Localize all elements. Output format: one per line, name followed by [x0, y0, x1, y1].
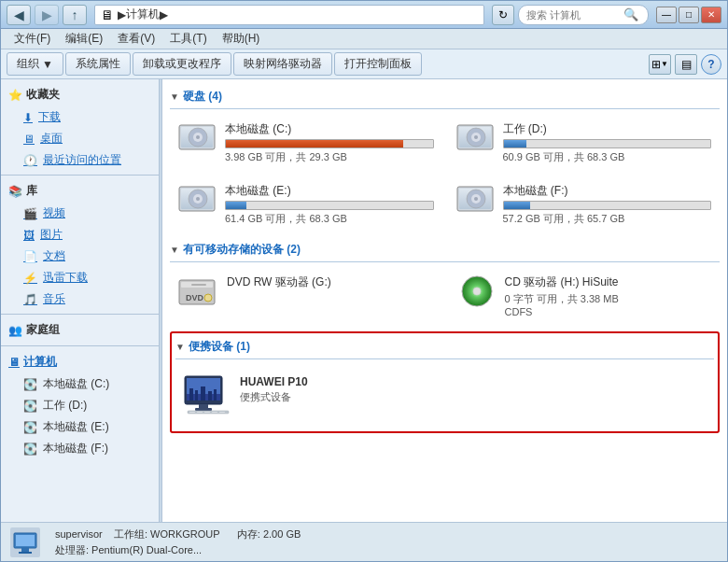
computer-label: 计算机 [23, 354, 57, 370]
favorites-icon: ⭐ [8, 89, 22, 102]
drive-e-bar [226, 202, 246, 209]
drive-c-bar [226, 140, 403, 148]
drive-f[interactable]: 本地磁盘 (F:) 57.2 GB 可用，共 65.7 GB [448, 176, 721, 232]
search-input[interactable] [526, 9, 620, 21]
divider-2 [1, 314, 159, 315]
sidebar-item-music[interactable]: 🎵 音乐 [1, 288, 159, 310]
menu-view[interactable]: 查看(V) [110, 29, 162, 49]
cd-h-detail1: 0 字节 可用，共 3.38 MB [505, 292, 712, 306]
organize-arrow: ▼ [42, 58, 53, 71]
computer-header[interactable]: 🖥 计算机 [1, 350, 159, 373]
menu-file[interactable]: 文件(F) [7, 29, 58, 49]
refresh-button[interactable]: ↻ [492, 5, 514, 25]
status-username: supervisor [55, 528, 103, 540]
divider-1 [1, 175, 159, 176]
huawei-info: HUAWEI P10 便携式设备 [240, 375, 308, 404]
library-header[interactable]: 📚 库 [1, 179, 159, 203]
svg-rect-46 [19, 552, 32, 554]
sidebar: ⭐ 收藏夹 ⬇ 下载 🖥 桌面 🕐 最近访问的位置 [1, 79, 160, 522]
system-props-button[interactable]: 系统属性 [65, 52, 131, 76]
uninstall-button[interactable]: 卸载或更改程序 [133, 52, 231, 76]
computer-nav-icon: 🖥 [8, 356, 20, 369]
status-memory: 内存: 2.00 GB [237, 528, 301, 540]
toolbar: 组织 ▼ 系统属性 卸载或更改程序 映射网络驱动器 打开控制面板 ⊞▼ ▤ ? [1, 49, 727, 79]
removable-header[interactable]: ▼ 有可移动存储的设备 (2) [170, 240, 720, 262]
sidebar-item-f[interactable]: 💽 本地磁盘 (F:) [1, 438, 159, 459]
help-button[interactable]: ? [701, 54, 721, 75]
svg-point-9 [474, 135, 478, 139]
hd-collapse-icon: ▼ [170, 91, 179, 102]
menu-tools[interactable]: 工具(T) [162, 29, 214, 49]
pane-button[interactable]: ▤ [675, 54, 697, 75]
huawei-p10[interactable]: HUAWEI P10 便携式设备 [175, 369, 316, 424]
sidebar-favorites: ⭐ 收藏夹 ⬇ 下载 🖥 桌面 🕐 最近访问的位置 [1, 83, 159, 171]
search-box[interactable]: 🔍 [518, 5, 649, 25]
svg-rect-34 [214, 389, 217, 400]
dvd-g-info: DVD RW 驱动器 (G:) [227, 274, 434, 292]
svg-point-26 [473, 288, 481, 295]
sidebar-item-desktop[interactable]: 🖥 桌面 [1, 128, 159, 149]
forward-button[interactable]: ▶ [35, 5, 59, 25]
homegroup-header[interactable]: 👥 家庭组 [1, 318, 159, 342]
address-path: ▶ [118, 8, 126, 21]
huawei-detail: 便携式设备 [240, 390, 308, 404]
drive-f-name: 本地磁盘 (F:) [503, 183, 712, 199]
sidebar-item-e[interactable]: 💽 本地磁盘 (E:) [1, 416, 159, 438]
homegroup-icon: 👥 [8, 324, 22, 337]
drive-d-bar [504, 140, 526, 148]
svg-rect-31 [195, 390, 198, 400]
sidebar-item-download[interactable]: ⬇ 下载 [1, 106, 159, 128]
sidebar-item-picture[interactable]: 🖼 图片 [1, 224, 159, 246]
hard-drives-header[interactable]: ▼ 硬盘 (4) [170, 87, 720, 109]
organize-button[interactable]: 组织 ▼ [7, 52, 63, 76]
search-icon: 🔍 [623, 7, 638, 21]
menu-help[interactable]: 帮助(H) [215, 29, 268, 49]
cd-drive-h[interactable]: CD 驱动器 (H:) HiSuite 0 字节 可用，共 3.38 MB CD… [448, 268, 721, 324]
portable-header[interactable]: ▼ 便携设备 (1) [175, 337, 714, 359]
sidebar-item-c[interactable]: 💽 本地磁盘 (C:) [1, 373, 159, 395]
maximize-button[interactable]: □ [679, 7, 699, 23]
close-button[interactable]: ✕ [701, 7, 721, 23]
drive-f-info: 本地磁盘 (F:) 57.2 GB 可用，共 65.7 GB [503, 183, 712, 226]
drive-d-bar-container [503, 139, 712, 148]
document-label: 文档 [43, 248, 65, 264]
cd-h-name: CD 驱动器 (H:) HiSuite [505, 274, 712, 290]
control-panel-button[interactable]: 打开控制面板 [334, 52, 422, 76]
drive-c-info: 本地磁盘 (C:) 3.98 GB 可用，共 29.3 GB [225, 121, 434, 164]
drive-f-bar-container [503, 201, 712, 210]
sidebar-item-d[interactable]: 💽 工作 (D:) [1, 395, 159, 416]
address-bar[interactable]: 🖥 ▶ 计算机 ▶ [94, 5, 484, 25]
drive-c-bar-container [225, 139, 434, 148]
svg-point-19 [474, 197, 478, 201]
map-drive-button[interactable]: 映射网络驱动器 [233, 52, 332, 76]
download-icon: ⬇ [23, 111, 33, 124]
main-area: ⭐ 收藏夹 ⬇ 下载 🖥 桌面 🕐 最近访问的位置 [1, 79, 727, 522]
drive-e[interactable]: 本地磁盘 (E:) 61.4 GB 可用，共 68.3 GB [170, 176, 442, 232]
sidebar-item-recent[interactable]: 🕐 最近访问的位置 [1, 149, 159, 171]
disk-f-label: 本地磁盘 (F:) [43, 441, 108, 457]
drive-f-icon [456, 183, 496, 218]
disk-e-icon: 💽 [23, 421, 37, 434]
up-button[interactable]: ↑ [63, 5, 87, 25]
back-button[interactable]: ◀ [7, 5, 31, 25]
disk-c-icon: 💽 [23, 378, 37, 391]
sidebar-item-xunlei[interactable]: ⚡ 迅雷下载 [1, 267, 159, 288]
svg-rect-41 [212, 412, 217, 413]
favorites-header[interactable]: ⭐ 收藏夹 [1, 83, 159, 106]
svg-rect-30 [189, 388, 193, 400]
picture-icon: 🖼 [23, 229, 35, 242]
sidebar-item-document[interactable]: 📄 文档 [1, 246, 159, 267]
dvd-drive-g[interactable]: DVD DVD RW 驱动器 (G:) [170, 268, 442, 324]
svg-rect-45 [21, 548, 29, 552]
menu-edit[interactable]: 编辑(E) [58, 29, 110, 49]
status-icon [10, 527, 40, 557]
minimize-button[interactable]: — [656, 7, 677, 23]
main-window: ◀ ▶ ↑ 🖥 ▶ 计算机 ▶ ↻ 🔍 — □ ✕ 文件(F) 编辑(E) 查看… [0, 0, 728, 562]
video-label: 视频 [43, 205, 65, 221]
drive-c[interactable]: 本地磁盘 (C:) 3.98 GB 可用，共 29.3 GB [170, 115, 442, 171]
view-button[interactable]: ⊞▼ [649, 54, 671, 75]
drive-d[interactable]: 工作 (D:) 60.9 GB 可用，共 68.3 GB [448, 115, 721, 171]
svg-rect-38 [189, 412, 195, 413]
sidebar-item-video[interactable]: 🎬 视频 [1, 203, 159, 224]
music-label: 音乐 [43, 291, 65, 307]
